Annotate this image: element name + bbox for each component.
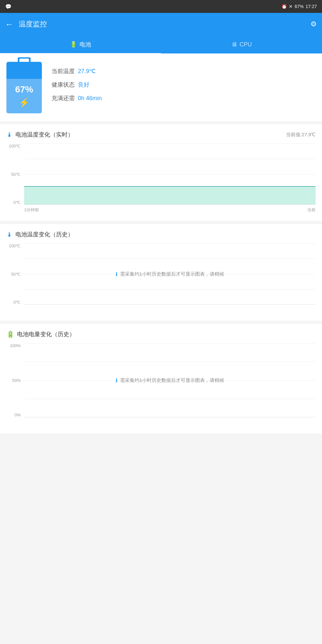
history-bat-grid-75 (24, 399, 316, 399)
realtime-chart-title: 🌡 电池温度变化（实时） (6, 131, 73, 138)
history-temp-chart-header: 🌡 电池温度变化（历史） (6, 231, 316, 238)
realtime-chart-header: 🌡 电池温度变化（实时） 当前值:27.9℃ (6, 131, 316, 138)
history-battery-y-50: 50% (12, 378, 21, 383)
realtime-x-labels: 1分钟前 当前 (24, 205, 316, 214)
history-bat-grid-top (24, 343, 316, 344)
history-temp-grid-75 (24, 289, 316, 289)
health-label: 健康状态 (52, 81, 75, 89)
history-temp-chart-container: 100℃ 50℃ 0℃ ℹ 需采集约1小时历史数据后才可显示图表，请稍候 (6, 243, 316, 314)
history-battery-info-message: ℹ 需采集约1小时历史数据后才可显示图表，请稍候 (116, 377, 224, 383)
info-icon-battery: ℹ (116, 377, 118, 383)
thermometer-icon-realtime: 🌡 (6, 131, 13, 138)
status-icons: ⏰ ✕ 67% 17:27 (281, 4, 317, 9)
charge-value: 0h 46min (78, 95, 102, 102)
history-bat-grid-25 (24, 362, 316, 362)
cpu-tab-icon: 🖥 (231, 41, 237, 48)
history-temp-y-100: 100℃ (9, 243, 21, 248)
history-temp-y-50: 50℃ (11, 272, 21, 277)
history-temp-info-message: ℹ 需采集约1小时历史数据后才可显示图表，请稍候 (116, 271, 224, 277)
history-temp-chart-section: 🌡 电池温度变化（历史） 100℃ 50℃ 0℃ ℹ 需采集约1小时历史数据后才… (0, 224, 322, 321)
history-battery-chart-section: 🔋 电池电量变化（历史） 100% 50% 0% ℹ 需采集约1小时历史数据后才… (0, 324, 322, 433)
back-button[interactable]: ← (5, 19, 14, 29)
tab-battery[interactable]: 🔋 电池 (0, 35, 161, 53)
tab-bar: 🔋 电池 🖥 CPU (0, 35, 322, 54)
history-battery-chart-header: 🔋 电池电量变化（历史） (6, 330, 316, 338)
temp-label: 当前温度 (52, 67, 75, 75)
history-battery-y-100: 100% (10, 343, 21, 348)
alarm-icon: ⏰ (281, 4, 287, 9)
realtime-chart-title-text: 电池温度变化（实时） (15, 131, 73, 138)
grid-line-50 (24, 174, 316, 175)
history-temp-y-0: 0℃ (14, 300, 21, 305)
realtime-temp-chart-section: 🌡 电池温度变化（实时） 当前值:27.9℃ 100℃ 50℃ 0℃ 1分钟前 … (0, 124, 322, 221)
realtime-y-labels: 100℃ 50℃ 0℃ (6, 144, 23, 205)
history-battery-chart-title-text: 电池电量变化（历史） (17, 330, 75, 338)
history-battery-y-labels: 100% 50% 0% (6, 343, 23, 417)
info-icon-temp: ℹ (116, 271, 118, 277)
charge-stat: 充满还需 0h 46min (52, 94, 316, 102)
realtime-current-value: 当前值:27.9℃ (286, 132, 316, 138)
temp-stat: 当前温度 27.9℃ (52, 67, 316, 75)
history-battery-y-0: 0% (14, 412, 21, 417)
realtime-y-0: 0℃ (14, 200, 21, 205)
realtime-x-start: 1分钟前 (24, 207, 39, 213)
thermometer-icon-history: 🌡 (6, 231, 13, 238)
history-temp-plot-area: ℹ 需采集约1小时历史数据后才可显示图表，请稍候 (24, 243, 316, 305)
charge-label: 充满还需 (52, 94, 75, 102)
history-battery-info-text: 需采集约1小时历史数据后才可显示图表，请稍候 (120, 377, 224, 383)
battery-icon-container: 67% ⚡ (6, 62, 42, 113)
battery-tab-icon: 🔋 (70, 41, 77, 48)
realtime-y-100: 100℃ (9, 144, 21, 148)
history-temp-y-labels: 100℃ 50℃ 0℃ (6, 243, 23, 305)
history-temp-info-text: 需采集约1小时历史数据后才可显示图表，请稍候 (120, 271, 224, 277)
battery-info-section: 67% ⚡ 当前温度 27.9℃ 健康状态 良好 充满还需 0h 46min (0, 54, 322, 121)
page-title: 温度监控 (19, 19, 310, 29)
health-stat: 健康状态 良好 (52, 81, 316, 89)
settings-button[interactable]: ⚙ (310, 20, 317, 28)
realtime-plot-area (24, 144, 316, 205)
realtime-data-fill (24, 186, 316, 204)
realtime-y-50: 50℃ (11, 172, 21, 177)
status-bar: 💬 ⏰ ✕ 67% 17:27 (0, 0, 322, 13)
history-temp-chart-title: 🌡 电池温度变化（历史） (6, 231, 73, 238)
history-battery-chart-container: 100% 50% 0% ℹ 需采集约1小时历史数据后才可显示图表，请稍候 (6, 343, 316, 427)
history-temp-grid-25 (24, 259, 316, 259)
grid-line-top (24, 144, 316, 144)
battery-percent: 67% (295, 4, 304, 9)
battery-fill: 67% ⚡ (6, 79, 42, 113)
battery-tab-label: 电池 (80, 41, 91, 48)
history-battery-chart-title: 🔋 电池电量变化（历史） (6, 330, 75, 338)
temp-value: 27.9℃ (78, 68, 96, 75)
battery-icon: 67% ⚡ (6, 62, 42, 113)
chat-icon: 💬 (5, 4, 12, 10)
grid-line-25 (24, 159, 316, 159)
realtime-x-end: 当前 (307, 207, 316, 213)
clock: 17:27 (306, 4, 317, 9)
cpu-tab-label: CPU (240, 41, 252, 48)
health-value: 良好 (78, 81, 90, 89)
history-temp-grid-top (24, 243, 316, 244)
realtime-chart-container: 100℃ 50℃ 0℃ 1分钟前 当前 (6, 144, 316, 214)
history-temp-chart-title-text: 电池温度变化（历史） (15, 231, 73, 238)
title-bar: ← 温度监控 ⚙ (0, 13, 322, 35)
battery-icon-history: 🔋 (6, 330, 14, 338)
tab-cpu[interactable]: 🖥 CPU (161, 35, 322, 53)
signal-icon: ✕ (289, 4, 293, 9)
history-battery-plot-area: ℹ 需采集约1小时历史数据后才可显示图表，请稍候 (24, 343, 316, 417)
battery-stats: 当前温度 27.9℃ 健康状态 良好 充满还需 0h 46min (52, 67, 316, 108)
battery-percentage: 67% (15, 84, 33, 95)
battery-bolt-icon: ⚡ (19, 97, 30, 108)
